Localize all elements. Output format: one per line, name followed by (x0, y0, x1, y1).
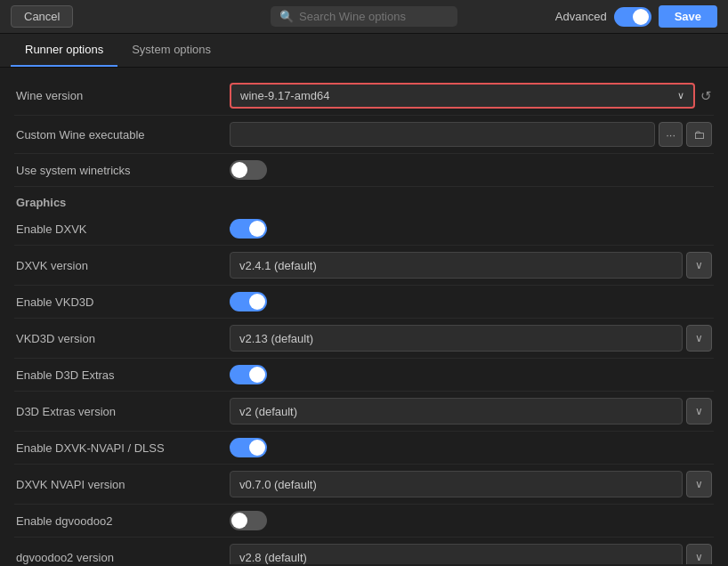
dxvk-version-label: DXVK version (16, 259, 230, 272)
custom-wine-folder-button[interactable]: 🗀 (686, 122, 712, 147)
tabs: Runner options System options (0, 34, 728, 68)
toggle-knob (231, 162, 247, 178)
toggle-knob (633, 9, 649, 25)
enable-vkd3d-control (230, 292, 712, 311)
toggle-knob (249, 294, 265, 310)
chevron-down-icon: ∨ (677, 90, 684, 101)
vkd3d-version-label: VKD3D version (16, 332, 230, 345)
dxvk-nvapi-version-value: v0.7.0 (default) (239, 478, 317, 491)
custom-wine-label: Custom Wine executable (16, 128, 230, 142)
save-button[interactable]: Save (659, 5, 717, 28)
vkd3d-version-row: VKD3D version v2.13 (default) ∨ (14, 319, 714, 359)
search-icon: 🔍 (279, 10, 294, 23)
use-winetricks-label: Use system winetricks (16, 164, 230, 177)
dxvk-nvapi-version-label: DXVK NVAPI version (16, 478, 230, 491)
toggle-knob (249, 221, 265, 237)
dgvoodoo2-version-row: dgvoodoo2 version v2.8 (default) ∨ (14, 538, 714, 564)
enable-dxvk-label: Enable DXVK (16, 222, 230, 236)
enable-dxvk-nvapi-control (230, 438, 712, 457)
d3d-extras-version-dropdown[interactable]: v2 (default) (230, 398, 683, 424)
dxvk-nvapi-version-row: DXVK NVAPI version v0.7.0 (default) ∨ (14, 465, 714, 505)
enable-dxvk-toggle[interactable] (230, 219, 267, 239)
custom-wine-browse-button[interactable]: ··· (659, 122, 683, 147)
dxvk-version-control: v2.4.1 (default) ∨ (230, 252, 712, 279)
tab-system-options[interactable]: System options (117, 34, 225, 67)
cancel-button[interactable]: Cancel (11, 5, 73, 28)
wine-version-row: Wine version wine-9.17-amd64 ∨ ↺ (14, 77, 714, 116)
search-input[interactable] (299, 10, 449, 23)
d3d-extras-version-label: D3D Extras version (16, 405, 230, 418)
wine-version-label: Wine version (16, 89, 230, 102)
enable-dgvoodoo2-toggle[interactable] (230, 511, 267, 530)
toggle-knob (231, 513, 247, 529)
wine-version-reset-button[interactable]: ↺ (700, 88, 712, 104)
dgvoodoo2-version-dropdown[interactable]: v2.8 (default) (230, 544, 683, 564)
vkd3d-version-chevron[interactable]: ∨ (686, 325, 712, 352)
toggle-knob (249, 440, 265, 456)
enable-d3d-extras-toggle[interactable] (230, 365, 267, 384)
dxvk-nvapi-version-chevron[interactable]: ∨ (686, 471, 712, 497)
dxvk-nvapi-version-dropdown[interactable]: v0.7.0 (default) (230, 471, 683, 497)
d3d-extras-version-control: v2 (default) ∨ (230, 398, 712, 424)
d3d-extras-version-chevron[interactable]: ∨ (686, 398, 712, 424)
vkd3d-version-value: v2.13 (default) (239, 332, 313, 345)
topbar: Cancel 🔍 Advanced Save (0, 0, 728, 34)
d3d-extras-version-row: D3D Extras version v2 (default) ∨ (14, 392, 714, 432)
use-winetricks-toggle[interactable] (230, 160, 267, 180)
use-winetricks-control (230, 160, 712, 180)
enable-d3d-extras-row: Enable D3D Extras (14, 359, 714, 392)
dgvoodoo2-version-value: v2.8 (default) (239, 551, 307, 564)
dxvk-version-chevron[interactable]: ∨ (686, 252, 712, 279)
wine-version-control: wine-9.17-amd64 ∨ ↺ (230, 83, 712, 109)
enable-dxvk-nvapi-label: Enable DXVK-NVAPI / DLSS (16, 441, 230, 455)
toggle-knob (249, 367, 265, 383)
vkd3d-version-control: v2.13 (default) ∨ (230, 325, 712, 352)
enable-vkd3d-label: Enable VKD3D (16, 295, 230, 309)
dxvk-version-value: v2.4.1 (default) (239, 259, 317, 272)
content-area: Wine version wine-9.17-amd64 ∨ ↺ Custom … (0, 68, 728, 564)
advanced-label: Advanced (555, 10, 607, 23)
wine-version-value: wine-9.17-amd64 (240, 89, 329, 102)
custom-wine-control: ··· 🗀 (230, 122, 712, 147)
enable-vkd3d-toggle[interactable] (230, 292, 267, 311)
wine-version-dropdown[interactable]: wine-9.17-amd64 ∨ (230, 83, 695, 109)
enable-d3d-extras-label: Enable D3D Extras (16, 368, 230, 382)
enable-dgvoodoo2-row: Enable dgvoodoo2 (14, 505, 714, 538)
vkd3d-version-dropdown[interactable]: v2.13 (default) (230, 325, 683, 352)
dxvk-version-row: DXVK version v2.4.1 (default) ∨ (14, 246, 714, 286)
dgvoodoo2-version-chevron[interactable]: ∨ (686, 544, 712, 564)
custom-wine-row: Custom Wine executable ··· 🗀 (14, 116, 714, 154)
advanced-toggle[interactable] (614, 7, 651, 27)
graphics-section-header: Graphics (14, 187, 714, 213)
enable-dxvk-row: Enable DXVK (14, 213, 714, 246)
enable-dxvk-control (230, 219, 712, 239)
dgvoodoo2-version-control: v2.8 (default) ∨ (230, 544, 712, 564)
custom-wine-input[interactable] (230, 122, 655, 147)
dxvk-nvapi-version-control: v0.7.0 (default) ∨ (230, 471, 712, 497)
enable-dgvoodoo2-label: Enable dgvoodoo2 (16, 514, 230, 528)
advanced-row: Advanced Save (555, 5, 717, 28)
dgvoodoo2-version-label: dgvoodoo2 version (16, 551, 230, 564)
enable-d3d-extras-control (230, 365, 712, 384)
tab-runner-options[interactable]: Runner options (11, 34, 117, 67)
enable-dxvk-nvapi-row: Enable DXVK-NVAPI / DLSS (14, 432, 714, 465)
enable-vkd3d-row: Enable VKD3D (14, 286, 714, 319)
dxvk-version-dropdown[interactable]: v2.4.1 (default) (230, 252, 683, 279)
enable-dxvk-nvapi-toggle[interactable] (230, 438, 267, 457)
enable-dgvoodoo2-control (230, 511, 712, 530)
search-box: 🔍 (271, 6, 457, 27)
d3d-extras-version-value: v2 (default) (239, 405, 297, 418)
use-winetricks-row: Use system winetricks (14, 154, 714, 187)
